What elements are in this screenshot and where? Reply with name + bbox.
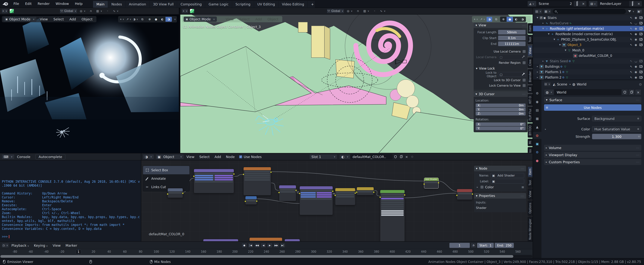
sidebar-tab-view[interactable]: View xyxy=(528,45,532,56)
node-output-socket[interactable] xyxy=(295,189,297,191)
node-output-socket[interactable] xyxy=(233,173,235,175)
node-header[interactable] xyxy=(285,239,300,241)
workspace-tab-compositing[interactable]: Compositing xyxy=(177,1,205,8)
material-browse-icon[interactable]: ◐∨ xyxy=(339,154,350,159)
collection-checkbox[interactable]: ✓ xyxy=(540,16,543,19)
select-menu[interactable]: Select xyxy=(237,17,252,21)
playback-menu[interactable]: Playback∨ xyxy=(9,244,32,248)
console-editor-type-icon[interactable]: ⌨∨ xyxy=(2,154,14,159)
modifier-wrench-icon[interactable]: ⚙ xyxy=(560,65,563,68)
node-input-socket[interactable] xyxy=(167,193,168,195)
timeline-marker-menu[interactable]: Marker xyxy=(63,244,80,248)
expand-toggle-icon[interactable]: ▸ xyxy=(541,22,545,24)
modifier-wrench-icon[interactable]: ⚙ xyxy=(562,70,565,73)
properties-tab-scene-icon[interactable]: ▲ xyxy=(533,123,542,131)
node-sidebar-tab-item[interactable]: Item xyxy=(528,166,532,177)
outliner-row-stairs[interactable]: ▼✓▣Stairs↖◉ xyxy=(533,15,644,20)
cursor-rotation-field-1[interactable]: Y:0° xyxy=(476,126,526,130)
material-copy-button[interactable] xyxy=(398,154,404,159)
workspace-tab-scripting[interactable]: Scripting xyxy=(232,1,254,8)
play-button[interactable]: ▶ xyxy=(267,243,272,248)
keying-menu[interactable]: Keying∨ xyxy=(32,244,50,248)
overlays-icon[interactable]: ↗∨ xyxy=(126,17,132,22)
render-visibility-camera-icon[interactable] xyxy=(639,60,642,62)
outliner-filter-icon[interactable]: ∨ xyxy=(627,9,635,14)
timeline-ruler[interactable]: -80-60-40-202040608010012014016018020022… xyxy=(0,249,532,254)
outliner-row-mesh-0[interactable]: ▼▽Mesh_0 xyxy=(533,47,644,53)
node-color-presets-icon[interactable]: ≡ xyxy=(522,185,524,189)
material-slot-dropdown[interactable]: Slot 1∨ xyxy=(309,154,337,159)
node-sidebar-tab-node-wrangler[interactable]: Node Wrangler xyxy=(528,217,532,241)
viewport-options-icon[interactable]: ⧉ xyxy=(140,17,145,22)
render-visibility-camera-icon[interactable] xyxy=(639,16,642,19)
modifier-wrench-icon[interactable]: ⚙ xyxy=(562,76,565,79)
shader-node[interactable] xyxy=(168,188,183,198)
timeline-view-menu[interactable]: View xyxy=(50,244,63,248)
shading-rendered-button[interactable]: ◑ xyxy=(519,17,526,22)
renderlayer-delete-button[interactable]: × xyxy=(636,1,642,6)
use-local-camera-checkbox[interactable] xyxy=(522,50,526,53)
node-color-checkbox[interactable] xyxy=(480,186,484,189)
node-header[interactable] xyxy=(203,239,238,241)
outliner-filter-mode-dropdown[interactable]: ▦∨ xyxy=(544,9,551,14)
node-panel-header[interactable]: ▼Node:::: xyxy=(474,166,526,171)
mesh-data-icon[interactable]: ▽ xyxy=(563,65,567,68)
visibility-eye-icon[interactable]: ◉ xyxy=(635,32,637,36)
menu-file[interactable]: File xyxy=(10,0,22,7)
viewport-divider[interactable] xyxy=(179,8,180,153)
render-visibility-camera-icon[interactable] xyxy=(639,71,642,73)
world-unlink-button[interactable]: × xyxy=(635,89,642,95)
strength-slider[interactable]: 1.300 xyxy=(592,134,642,139)
outliner-row-rootnode-gltf-orientation-matrix-[interactable]: ▼+RootNode (gltf orientation matrix)↖◉ xyxy=(533,26,644,31)
tool-select-box[interactable]: Select Box xyxy=(143,166,190,174)
shading-wireframe-button[interactable]: ⊕ xyxy=(500,17,506,22)
node-input-socket[interactable] xyxy=(356,191,358,193)
record-button[interactable]: ● xyxy=(242,243,247,248)
shading-solid-button[interactable]: ● xyxy=(506,17,513,22)
properties-tab-modifiers-icon[interactable]: ⚙ xyxy=(533,149,542,156)
shader-node[interactable] xyxy=(245,196,257,205)
renderlayer-icon[interactable]: ▤∨ xyxy=(589,1,598,6)
expand-toggle-icon[interactable]: ▼ xyxy=(558,43,562,46)
node-output-socket[interactable] xyxy=(256,200,258,202)
material-unlink-button[interactable]: × xyxy=(404,154,410,159)
local-camera-field[interactable]: ▢ xyxy=(498,55,526,59)
jump-end-button[interactable]: ▶| xyxy=(280,243,286,248)
node-header[interactable] xyxy=(194,169,234,172)
shader-node[interactable] xyxy=(194,169,234,193)
expand-toggle-icon[interactable]: ▼ xyxy=(547,33,550,35)
expand-toggle-icon[interactable]: ▼ xyxy=(552,38,556,40)
expand-toggle-icon[interactable]: ▼ xyxy=(564,49,568,51)
renderlayer-name[interactable]: RenderLayer xyxy=(598,1,629,6)
scene-icon[interactable]: ◭∨ xyxy=(528,1,536,6)
shader-node[interactable] xyxy=(284,239,300,241)
workspace-tab-nodes[interactable]: Nodes xyxy=(108,1,126,8)
prev-keyframe-button[interactable]: ◀◀ xyxy=(254,243,260,248)
properties-editor-type-icon[interactable]: ⊟∨ xyxy=(544,82,551,87)
panel-volume[interactable]: ▸Volume:::: xyxy=(544,145,642,151)
use-nodes-button[interactable]: ⊟Use Nodes xyxy=(544,104,642,111)
node-link[interactable] xyxy=(234,175,243,176)
expand-toggle-icon[interactable]: ▼ xyxy=(541,27,545,30)
show-gizmo-icon[interactable]: ⌖∨ xyxy=(473,17,479,22)
selectable-icon[interactable]: ↖ xyxy=(630,38,632,41)
outliner-row-pm3d-zsphere-3-seamscolor-obj-[interactable]: ▼+PM3D_ZSphere_3_SeamsColor.OBJ.↖◉ xyxy=(533,37,644,42)
outliner-search-input[interactable] xyxy=(553,9,626,14)
node-link[interactable] xyxy=(271,183,279,190)
selectable-icon[interactable]: ↖ xyxy=(630,43,632,46)
timeline-editor-type-icon[interactable]: ◷∨ xyxy=(2,243,9,248)
clip-end-field[interactable]: 111111m xyxy=(498,41,526,46)
expand-toggle-icon[interactable]: ▸ xyxy=(536,65,539,68)
visibility-eye-icon[interactable]: ◉ xyxy=(635,76,637,79)
scene-user-count[interactable]: 2 xyxy=(568,1,574,6)
shader-node[interactable] xyxy=(380,190,405,241)
sidebar-tab-flip-flui[interactable]: FLIP Flui xyxy=(528,107,532,122)
node-link[interactable] xyxy=(374,190,380,196)
expand-toggle-icon[interactable]: ▸ xyxy=(541,60,545,62)
sidebar-tab-item[interactable]: Item xyxy=(528,23,532,34)
node-output-socket[interactable] xyxy=(182,192,184,194)
visibility-eye-icon[interactable]: ◉ xyxy=(635,43,637,46)
properties-tab-view-layer-icon[interactable]: ▦ xyxy=(533,115,542,122)
node-sidebar-tab-view[interactable]: View xyxy=(528,189,532,200)
outliner-row-nurbscurve[interactable]: ▸∿NurbsCurve∿↖◡ xyxy=(533,20,644,26)
